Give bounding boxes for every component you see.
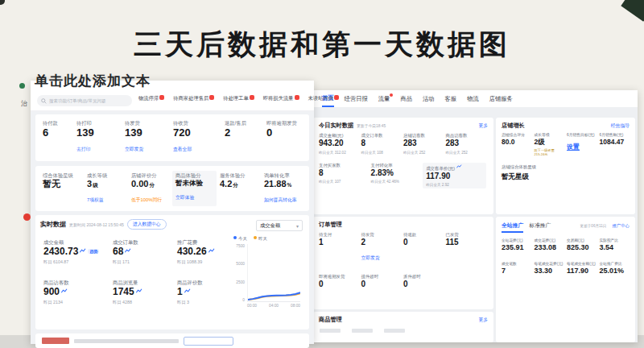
card-title: 店铺增长 [502,122,525,130]
stat-label: 待发货 [125,120,173,126]
set-target-link[interactable]: 设置 [567,143,580,151]
data-center-button[interactable]: 进入数据中心 [127,219,167,230]
menu-item-traffic-loss[interactable]: 即将损失流量 [263,95,299,102]
stat-sub: 距下一级还需215.24元 [535,148,565,156]
stat-label: 支付买家数 [319,163,371,168]
tab-label: 流量 [378,95,390,102]
promotion-stats-grid: 全站花费(元) 235.91 成交花费(元) 233.08 交易额(元) 825… [496,235,635,279]
value-text: 900 [43,286,60,297]
metric-select[interactable]: 成交金额 ▾ [256,220,303,231]
legend-yesterday[interactable]: 昨天 [254,236,267,242]
menu-item-aftersale-pending[interactable]: 待商家处理售后 [173,95,214,102]
promotion-center-link[interactable]: 推广中心 [612,223,630,229]
legend-dot-today [233,236,237,239]
view-all-link[interactable]: 查看全部 [173,146,192,153]
realtime-stats-grid: 成交金额 2430.73趋势 昨日 6104.87 成交订单数 68 昨日 17… [43,239,238,305]
benefits-link[interactable]: 7项权益 [87,197,104,204]
stats-row: 成交金额(元) 943.20 昨日全天 312.02 成交订单数 8 昨日全天 … [313,131,493,156]
trend-icon[interactable] [80,248,86,253]
promotion-tabs: 全站推广 标准推广 更新于06月11日 推广中心 [496,217,635,235]
stats-row: 支付买家数 8 昨日全天 107 支付转化率 2.83% 昨日全天 42.46%… [313,161,493,191]
stat-label: 成交订单数 [113,239,177,246]
trend-icon[interactable] [184,288,191,293]
below-peers-link[interactable]: 低于100%同行 [131,197,162,204]
legend-dot-yesterday [254,236,257,239]
ship-now-link[interactable]: 立即发货 [125,146,143,153]
value-text: 3 [87,179,92,188]
more-link[interactable]: 更多 [478,317,488,324]
tab-activities[interactable]: 活动 [423,92,435,106]
stat-label: 成长等级 [87,172,125,179]
red-marker [23,213,31,221]
stat-value: 7 [502,267,532,276]
improve-conversion-link[interactable]: 如何提高转化率 [264,197,297,204]
x-tick: 04:00 [269,304,279,308]
stat-promotion-cost-ratio: 全站推广费比 25.01% [600,262,630,276]
stat-label: 店铺评价分 [131,172,169,179]
legend-label: 昨天 [258,236,267,241]
metric-select-value: 成交金额 [260,222,280,230]
stat-value: 139 [76,126,125,139]
stat-sub: 昨日 1088.39 [177,259,238,265]
stat-value: 暂无 [43,179,80,190]
tab-products[interactable]: 商品 [400,92,412,106]
stat-inquiry-conversion: 询单转化率 21.88% 如何提高转化率 [261,171,305,206]
left-dashboard-screenshot: 单击此处添加文本 搜索功能/订单/商品/常见问题 物流停滞 待商家处理售后 待处… [31,81,314,344]
order-management-card: 订单管理 待支付 1 待发货 2 立即发货 待退款 0 已发货 1 [313,217,493,309]
stat-label: 待发货 [361,232,404,238]
stat-label: 待收货 [173,120,225,126]
stat-sub: 昨日 6104.87 [43,259,113,265]
stat-value: 2 [225,126,266,139]
stat-product-views: 商品浏览量 1745 昨日 4288 [113,280,177,305]
cutoff-button[interactable] [184,337,233,346]
tab-traffic[interactable]: 流量 [378,92,390,106]
card-title: 订单管理 [319,221,342,229]
tab-full-site-promotion[interactable]: 全站推广 [502,222,523,233]
stat-label: 成交客单价(元) [426,164,483,172]
business-guide-link[interactable]: 经营指导 [611,122,630,130]
tab-logistics[interactable]: 物流 [467,92,479,106]
more-link[interactable]: 更多 [478,122,488,130]
trend-icon[interactable] [136,288,142,293]
trend-icon[interactable] [208,248,215,253]
trend-icon[interactable] [125,248,131,253]
tab-daily-report[interactable]: 经营日报 [345,92,368,106]
trend-tag[interactable]: 趋势 [88,249,99,254]
chart-y-axis: 7500 5000 2500 0 [233,244,247,302]
tab-customer-service[interactable]: 客服 [445,92,457,106]
stat-value: 3级 [87,179,125,190]
card-title: 今日实时数据 [319,122,353,130]
legend-today[interactable]: 今天 [233,236,247,242]
y-tick: 7500 [233,244,245,248]
menu-item-unread-messages[interactable]: 未读站内信 [308,95,339,102]
stat-value: 68 [113,246,177,258]
stat-value: 6 [43,126,76,139]
star-label: 店铺综合体验星级 [502,164,630,170]
stat-growth-level: 成长等级 2级 距下一级还需215.24元 [535,133,565,156]
y-tick: 5000 [233,262,245,266]
left-topbar-menu: 物流停滞 待商家处理售后 待处理工单 即将损失流量 未读站内信 [138,95,311,102]
trend-icon[interactable] [61,288,68,293]
stat-sub: 昨日全天 107 [319,180,371,184]
stat-awaiting-payment: 待支付 1 [319,232,361,263]
value-text: 4.2 [220,179,232,188]
value-text: 21.88 [264,179,287,188]
ship-now-link[interactable]: 立即发货 [361,255,380,262]
promotion-card: 全站推广 标准推广 更新于06月11日 推广中心 全站花费(元) 235.91 … [496,217,635,342]
value-text: 暂无 [43,179,60,188]
experience-now-link[interactable]: 立即体验 [175,194,194,201]
star-value: 暂无星级 [502,172,630,181]
stat-pending-payment: 待付款 6 [43,120,76,155]
go-print-link[interactable]: 去打印 [76,146,90,153]
menu-item-logistics-stalled[interactable]: 物流停滞 [138,95,164,102]
tab-shop-services[interactable]: 店铺服务 [489,92,513,106]
stat-label: 待打印 [76,120,125,126]
search-input[interactable]: 搜索功能/订单/商品/常见问题 [37,95,132,106]
menu-item-workorder-pending[interactable]: 待处理工单 [223,95,254,102]
cutoff-gray-text-block [74,339,179,343]
realtime-data-card: 实时数据 更新时间 2024-08-12 15:50:45 进入数据中心 成交金… [35,215,309,329]
tab-standard-promotion[interactable]: 标准推广 [529,222,551,230]
stat-total-spend: 全站花费(元) 235.91 [502,238,532,252]
stat-label: 成交订单数 [361,133,404,139]
x-tick: 08:00 [291,304,300,308]
